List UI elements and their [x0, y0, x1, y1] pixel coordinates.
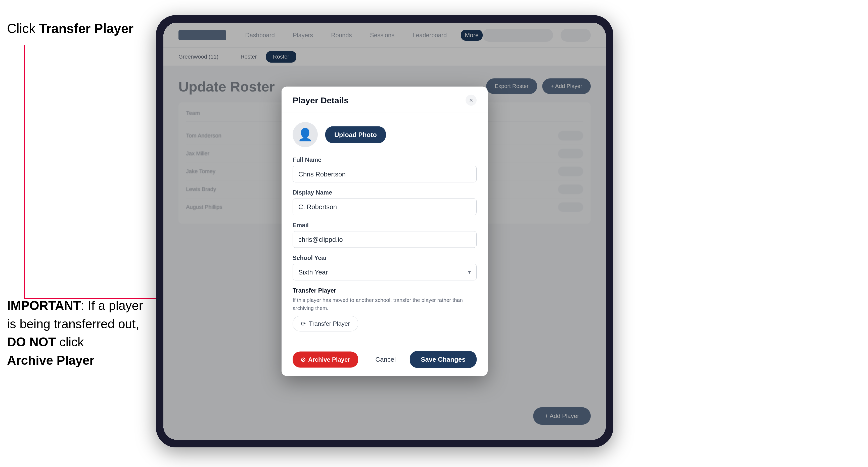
archive-player-label: Archive Player	[7, 353, 94, 368]
email-group: Email	[292, 222, 476, 248]
tablet-screen: Dashboard Players Rounds Sessions Leader…	[163, 23, 606, 440]
display-name-input[interactable]	[292, 198, 476, 215]
full-name-label: Full Name	[292, 156, 476, 163]
transfer-icon: ⟳	[301, 320, 306, 327]
full-name-input[interactable]	[292, 166, 476, 183]
archive-player-button[interactable]: ⊘ Archive Player	[292, 351, 358, 368]
instruction-bold: Transfer Player	[39, 21, 133, 36]
modal-footer: ⊘ Archive Player Cancel Save Changes	[282, 346, 488, 376]
avatar-circle: 👤	[292, 122, 318, 147]
do-not-label: DO NOT	[7, 335, 56, 349]
upload-photo-button[interactable]: Upload Photo	[325, 126, 386, 143]
transfer-section-description: If this player has moved to another scho…	[292, 296, 476, 312]
save-changes-button[interactable]: Save Changes	[410, 351, 476, 368]
school-year-value: Sixth Year	[299, 268, 328, 276]
display-name-group: Display Name	[292, 189, 476, 215]
full-name-group: Full Name	[292, 156, 476, 183]
school-year-group: School Year Sixth Year ▾	[292, 254, 476, 280]
archive-label: Archive Player	[308, 356, 350, 363]
chevron-down-icon: ▾	[468, 269, 471, 276]
cancel-button[interactable]: Cancel	[366, 351, 405, 368]
modal-close-button[interactable]: ×	[466, 95, 476, 106]
modal-title: Player Details	[292, 95, 349, 105]
school-year-label: School Year	[292, 254, 476, 261]
avatar-row: 👤 Upload Photo	[292, 122, 476, 147]
player-details-modal: Player Details × 👤 Upload Photo Full Nam…	[282, 87, 488, 376]
annotation-line-vertical	[24, 45, 25, 299]
modal-header: Player Details ×	[282, 87, 488, 113]
display-name-label: Display Name	[292, 189, 476, 196]
tablet-device: Dashboard Players Rounds Sessions Leader…	[156, 15, 613, 447]
transfer-section: Transfer Player If this player has moved…	[292, 287, 476, 332]
transfer-section-title: Transfer Player	[292, 287, 476, 294]
instruction-bottom: IMPORTANT: If a player is being transfer…	[7, 297, 153, 370]
instruction-top: Click Transfer Player	[7, 20, 133, 37]
email-input[interactable]	[292, 231, 476, 248]
transfer-player-button[interactable]: ⟳ Transfer Player	[292, 316, 358, 332]
email-label: Email	[292, 222, 476, 229]
modal-body: 👤 Upload Photo Full Name Display Name Em…	[282, 113, 488, 346]
important-label: IMPORTANT	[7, 299, 81, 313]
transfer-btn-label: Transfer Player	[309, 320, 350, 327]
school-year-select[interactable]: Sixth Year ▾	[292, 264, 476, 280]
user-avatar-icon: 👤	[298, 128, 313, 142]
archive-icon: ⊘	[301, 356, 306, 363]
